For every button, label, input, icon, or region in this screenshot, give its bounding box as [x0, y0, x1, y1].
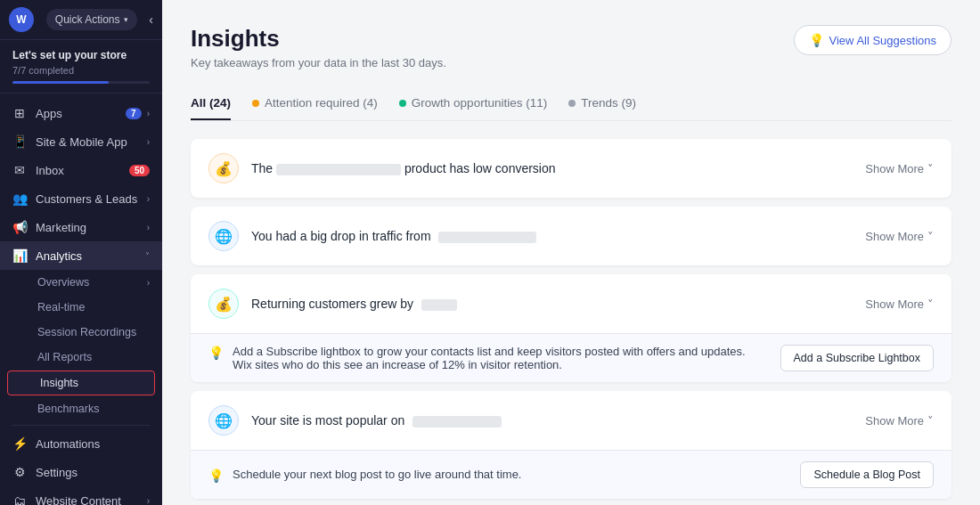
sidebar-item-website-content[interactable]: 🗂 Website Content ›: [0, 486, 162, 505]
card2-main-row: 🌐 You had a big drop in traffic from Sho…: [191, 207, 951, 265]
view-all-suggestions-button[interactable]: 💡 View All Suggestions: [794, 25, 951, 55]
realtime-label: Real-time: [37, 301, 86, 314]
progress-fill: [12, 81, 109, 84]
customers-chevron: ›: [147, 194, 150, 204]
card3-sub-text: Add a Subscribe lightbox to grow your co…: [233, 345, 766, 371]
chevron-down-icon: ▾: [124, 15, 128, 24]
sidebar-sub-session-recordings[interactable]: Session Recordings: [0, 320, 162, 345]
insight-card-4: 🌐 Your site is most popular on Show More…: [191, 391, 951, 499]
card3-left: 💰 Returning customers grew by: [208, 289, 457, 319]
automations-label: Automations: [36, 437, 100, 451]
sidebar-collapse-button[interactable]: ‹: [149, 12, 153, 27]
sidebar-item-marketing[interactable]: 📢 Marketing ›: [0, 213, 162, 241]
nav-item-left: 📢 Marketing: [12, 220, 86, 234]
card2-text: You had a big drop in traffic from: [251, 229, 536, 243]
card1-text: The product has low conversion: [251, 161, 556, 175]
sidebar-item-customers[interactable]: 👥 Customers & Leads ›: [0, 184, 162, 213]
settings-icon: ⚙: [12, 465, 27, 479]
tab-growth-label: Growth opportunities (11): [412, 96, 547, 110]
tab-attention-label: Attention required (4): [265, 96, 378, 110]
page-title: Insights: [191, 25, 446, 53]
sidebar-item-inbox[interactable]: ✉ Inbox 50: [0, 156, 162, 184]
quick-actions-button[interactable]: Quick Actions ▾: [46, 9, 137, 30]
marketing-chevron: ›: [147, 223, 150, 232]
marketing-label: Marketing: [36, 221, 86, 234]
card3-text: Returning customers grew by: [251, 297, 457, 311]
card3-action-button[interactable]: Add a Subscribe Lightbox: [780, 345, 934, 371]
lightbulb-icon: 💡: [208, 346, 224, 360]
card3-icon: 💰: [208, 289, 239, 319]
chevron-down-icon: ˅: [927, 162, 934, 175]
blurred-text-4: [412, 416, 502, 428]
customers-icon: 👥: [12, 191, 27, 206]
nav-item-left: ✉ Inbox: [12, 163, 64, 177]
page-header: Insights Key takeaways from your data in…: [191, 25, 951, 69]
blurred-text-2: [438, 232, 536, 243]
site-mobile-label: Site & Mobile App: [36, 135, 127, 149]
nav-item-left: 🗂 Website Content: [12, 493, 121, 505]
card4-sub-left: 💡 Schedule your next blog post to go liv…: [208, 468, 786, 483]
sidebar-item-site-mobile[interactable]: 📱 Site & Mobile App ›: [0, 127, 162, 156]
nav-item-left: 📱 Site & Mobile App: [12, 134, 127, 149]
inbox-label: Inbox: [36, 164, 64, 177]
card1-icon: 💰: [208, 153, 239, 183]
card4-icon: 🌐: [208, 405, 239, 436]
store-setup-title: Let's set up your store: [12, 49, 150, 61]
tab-trends-dot: [568, 100, 576, 107]
insight-card-2: 🌐 You had a big drop in traffic from Sho…: [191, 207, 951, 265]
card4-action-button[interactable]: Schedule a Blog Post: [800, 461, 934, 488]
chevron-down-icon: ˅: [927, 414, 934, 428]
card4-sub-text: Schedule your next blog post to go live …: [233, 468, 521, 481]
analytics-label: Analytics: [36, 249, 82, 263]
card4-main-row: 🌐 Your site is most popular on Show More…: [191, 391, 951, 450]
sidebar-item-automations[interactable]: ⚡ Automations: [0, 429, 162, 458]
sidebar-item-analytics[interactable]: 📊 Analytics ˅: [0, 241, 162, 270]
tab-trends-label: Trends (9): [581, 96, 636, 110]
site-mobile-chevron: ›: [147, 137, 150, 147]
tab-trends[interactable]: Trends (9): [568, 89, 636, 120]
insights-label: Insights: [40, 377, 78, 389]
overviews-chevron: ›: [147, 278, 150, 288]
sidebar-sub-overviews[interactable]: Overviews ›: [0, 270, 162, 295]
automations-icon: ⚡: [12, 436, 27, 451]
sidebar-sub-realtime[interactable]: Real-time: [0, 295, 162, 320]
bulb-icon: 💡: [809, 33, 824, 47]
inbox-icon: ✉: [12, 163, 27, 177]
store-setup-section: Let's set up your store 7/7 completed: [0, 40, 162, 94]
sidebar-logo: W: [9, 7, 34, 32]
card3-sub-row: 💡 Add a Subscribe lightbox to grow your …: [191, 333, 951, 382]
card2-icon: 🌐: [208, 221, 239, 251]
card4-show-more[interactable]: Show More ˅: [865, 414, 934, 428]
nav-divider: [12, 425, 150, 426]
apps-chevron: ›: [147, 109, 150, 118]
main-content: Insights Key takeaways from your data in…: [162, 0, 980, 505]
nav-item-left: ⊞ Apps: [12, 106, 62, 120]
sidebar-sub-benchmarks[interactable]: Benchmarks: [0, 396, 162, 421]
nav-main: ⊞ Apps 7 › 📱 Site & Mobile App › ✉ Inbox…: [0, 94, 162, 505]
page-subtitle: Key takeaways from your data in the last…: [191, 56, 446, 69]
lightbulb-icon-2: 💡: [208, 468, 224, 483]
insight-card-1: 💰 The product has low conversion Show Mo…: [191, 139, 951, 198]
tab-attention[interactable]: Attention required (4): [252, 89, 378, 120]
card3-main-row: 💰 Returning customers grew by Show More …: [191, 274, 951, 333]
sidebar-sub-insights[interactable]: Insights: [7, 371, 155, 395]
tab-attention-dot: [252, 100, 259, 107]
sidebar-item-apps[interactable]: ⊞ Apps 7 ›: [0, 99, 162, 127]
apps-badge: 7: [126, 108, 142, 119]
card4-left: 🌐 Your site is most popular on: [208, 405, 502, 436]
apps-label: Apps: [36, 107, 62, 120]
blurred-text-3: [421, 299, 457, 311]
sidebar-header: W Quick Actions ▾ ‹: [0, 0, 162, 40]
card4-text: Your site is most popular on: [251, 413, 502, 428]
tab-growth[interactable]: Growth opportunities (11): [399, 89, 547, 120]
inbox-badge: 50: [129, 165, 150, 176]
nav-item-left: 📊 Analytics: [12, 248, 82, 263]
sidebar-sub-all-reports[interactable]: All Reports: [0, 345, 162, 370]
card1-show-more[interactable]: Show More ˅: [865, 162, 934, 175]
settings-label: Settings: [36, 466, 78, 479]
tab-all[interactable]: All (24): [191, 89, 231, 120]
card3-show-more[interactable]: Show More ˅: [865, 297, 934, 311]
sidebar-item-settings[interactable]: ⚙ Settings: [0, 458, 162, 486]
card2-show-more[interactable]: Show More ˅: [865, 230, 934, 243]
analytics-icon: 📊: [12, 248, 27, 263]
